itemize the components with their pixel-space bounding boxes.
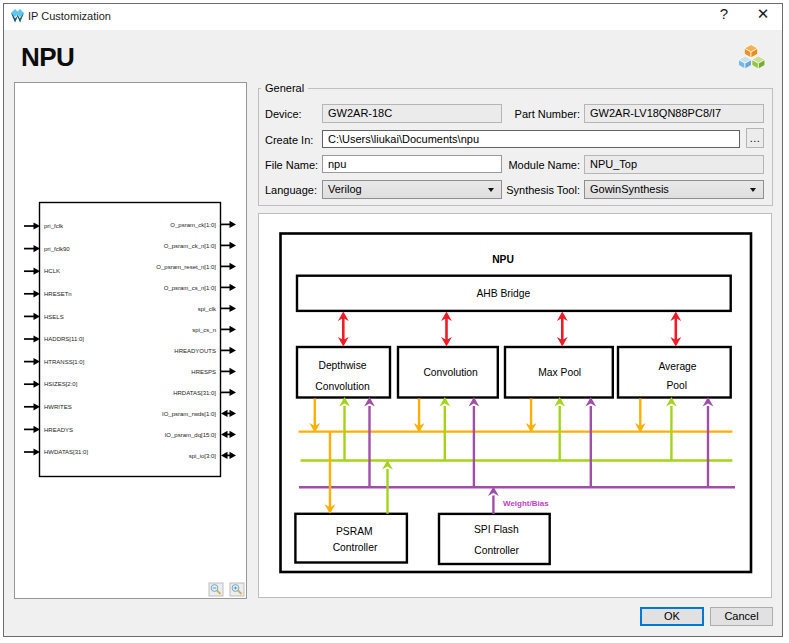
svg-text:HADDRS[11:0]: HADDRS[11:0] xyxy=(44,336,84,342)
svg-text:AHB Bridge: AHB Bridge xyxy=(476,288,530,299)
svg-text:O_psram_reset_n[1:0]: O_psram_reset_n[1:0] xyxy=(156,264,216,270)
svg-text:Pool: Pool xyxy=(666,380,687,391)
svg-text:Controller: Controller xyxy=(474,545,519,556)
svg-text:HSIZES[2:0]: HSIZES[2:0] xyxy=(44,381,78,387)
svg-text:O_psram_cs_n[1:0]: O_psram_cs_n[1:0] xyxy=(164,285,217,291)
svg-text:Depthwise: Depthwise xyxy=(318,360,366,371)
svg-text:Weight/Bias: Weight/Bias xyxy=(503,499,549,508)
svg-text:PSRAM: PSRAM xyxy=(336,526,373,537)
svg-text:O_psram_ck[1:0]: O_psram_ck[1:0] xyxy=(170,222,216,228)
svg-text:HWRITES: HWRITES xyxy=(44,404,72,410)
svg-text:IO_psram_rwds[1:0]: IO_psram_rwds[1:0] xyxy=(162,411,216,417)
svg-text:spi_cs_n: spi_cs_n xyxy=(192,327,216,333)
svg-text:Convolution: Convolution xyxy=(423,367,478,378)
svg-text:Controller: Controller xyxy=(333,542,378,553)
svg-text:O_psram_ck_n[1:0]: O_psram_ck_n[1:0] xyxy=(164,243,217,249)
svg-text:SPI Flash: SPI Flash xyxy=(474,524,519,535)
svg-text:Convolution: Convolution xyxy=(315,381,370,392)
svg-text:spi_io[3:0]: spi_io[3:0] xyxy=(189,453,217,459)
svg-text:HWDATAS[31:0]: HWDATAS[31:0] xyxy=(44,449,88,455)
svg-text:HRDATAS[31:0]: HRDATAS[31:0] xyxy=(173,390,216,396)
svg-text:spi_clk: spi_clk xyxy=(198,306,217,312)
svg-text:HREADYOUTS: HREADYOUTS xyxy=(174,348,216,354)
svg-text:pri_fclk90: pri_fclk90 xyxy=(44,246,70,252)
svg-text:Max Pool: Max Pool xyxy=(538,367,581,378)
svg-text:HREADYS: HREADYS xyxy=(44,427,73,433)
svg-text:IO_psram_dq[15:0]: IO_psram_dq[15:0] xyxy=(165,432,217,438)
svg-text:Average: Average xyxy=(658,361,696,372)
svg-text:pri_fclk: pri_fclk xyxy=(44,223,64,229)
svg-text:HRESETn: HRESETn xyxy=(44,291,72,297)
svg-text:HSELS: HSELS xyxy=(44,314,64,320)
svg-text:NPU: NPU xyxy=(492,254,514,265)
svg-text:HRESPS: HRESPS xyxy=(191,369,216,375)
svg-text:HCLK: HCLK xyxy=(44,268,60,274)
svg-text:HTRANSS[1:0]: HTRANSS[1:0] xyxy=(44,359,85,365)
